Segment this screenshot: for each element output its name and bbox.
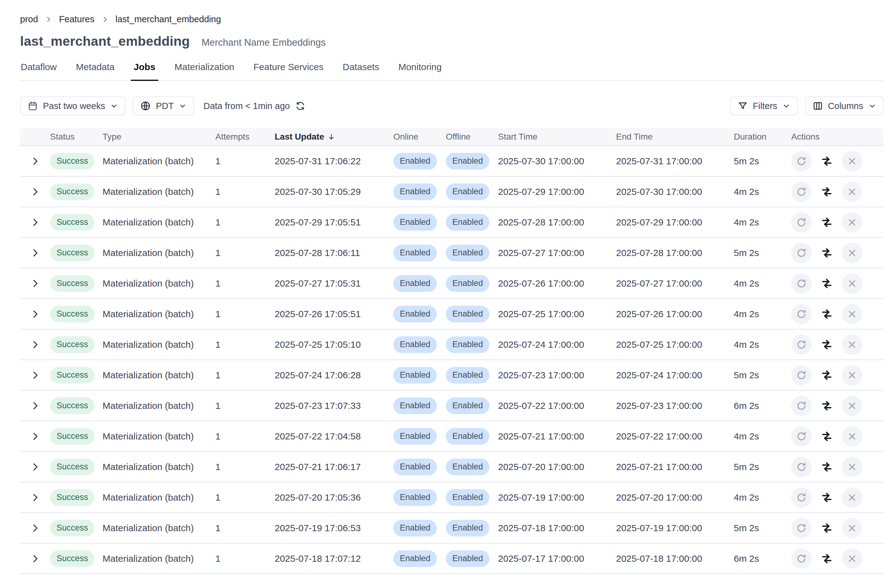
cancel-job-button[interactable]	[842, 457, 862, 477]
cancel-job-button[interactable]	[842, 426, 862, 447]
cancel-job-button[interactable]	[842, 396, 862, 416]
cancel-job-button[interactable]	[842, 243, 862, 263]
tab-monitoring[interactable]: Monitoring	[398, 60, 442, 80]
retry-job-button[interactable]	[791, 426, 812, 447]
compaction-arrows-button[interactable]	[820, 460, 833, 473]
header-actions: Actions	[791, 132, 884, 142]
retry-job-button[interactable]	[791, 243, 812, 263]
compaction-arrows-button[interactable]	[820, 399, 833, 412]
header-status[interactable]: Status	[50, 132, 102, 142]
expand-row-button[interactable]	[29, 491, 42, 504]
tab-dataflow[interactable]: Dataflow	[20, 60, 58, 80]
cancel-job-button[interactable]	[842, 487, 862, 508]
header-attempts[interactable]: Attempts	[215, 132, 275, 142]
tab-feature-services[interactable]: Feature Services	[253, 60, 324, 80]
timezone-dropdown[interactable]: PDT	[133, 96, 194, 115]
attempts-value: 1	[215, 156, 221, 166]
retry-job-button[interactable]	[791, 304, 812, 324]
compaction-arrows-button[interactable]	[820, 155, 833, 168]
compaction-arrows-button[interactable]	[820, 430, 833, 443]
job-type: Materialization (batch)	[102, 309, 194, 319]
retry-job-button[interactable]	[791, 548, 812, 569]
expand-row-button[interactable]	[29, 246, 42, 260]
retry-job-button[interactable]	[791, 334, 812, 355]
expand-row-button[interactable]	[29, 369, 42, 382]
retry-job-button[interactable]	[791, 212, 812, 232]
status-badge: Success	[50, 245, 94, 261]
retry-job-button[interactable]	[791, 457, 812, 477]
compaction-arrows-button[interactable]	[820, 491, 833, 504]
chevron-right-icon	[30, 462, 41, 472]
expand-row-button[interactable]	[29, 155, 42, 168]
compaction-arrows-button[interactable]	[820, 246, 833, 260]
header-offline[interactable]: Offline	[446, 132, 498, 142]
merge-arrows-icon	[820, 460, 833, 473]
cancel-job-button[interactable]	[842, 548, 862, 569]
expand-row-button[interactable]	[29, 338, 42, 351]
expand-row-button[interactable]	[29, 522, 42, 535]
retry-icon	[796, 217, 807, 228]
cancel-job-button[interactable]	[842, 182, 862, 202]
cancel-job-button[interactable]	[842, 151, 862, 172]
date-range-dropdown[interactable]: Past two weeks	[20, 96, 125, 115]
online-badge: Enabled	[393, 184, 437, 200]
retry-job-button[interactable]	[791, 151, 812, 172]
compaction-arrows-button[interactable]	[820, 369, 833, 382]
attempts-value: 1	[215, 553, 221, 564]
table-row: Success Materialization (batch) 1 2025-0…	[20, 360, 884, 390]
cancel-job-button[interactable]	[842, 212, 862, 232]
retry-job-button[interactable]	[791, 182, 812, 202]
cancel-job-button[interactable]	[842, 365, 862, 385]
expand-row-button[interactable]	[29, 430, 42, 443]
compaction-arrows-button[interactable]	[820, 338, 833, 351]
compaction-arrows-button[interactable]	[820, 216, 833, 229]
attempts-value: 1	[215, 401, 221, 411]
expand-row-button[interactable]	[29, 216, 42, 229]
header-online[interactable]: Online	[393, 132, 446, 142]
merge-arrows-icon	[820, 216, 833, 229]
tab-materialization[interactable]: Materialization	[174, 60, 235, 80]
expand-row-button[interactable]	[29, 460, 42, 473]
filters-dropdown[interactable]: Filters	[730, 96, 798, 115]
retry-job-button[interactable]	[791, 396, 812, 416]
merge-arrows-icon	[820, 369, 833, 382]
retry-job-button[interactable]	[791, 365, 812, 385]
close-icon	[847, 554, 857, 564]
expand-row-button[interactable]	[29, 185, 42, 198]
cancel-job-button[interactable]	[842, 304, 862, 324]
expand-row-button[interactable]	[29, 308, 42, 321]
cancel-job-button[interactable]	[842, 518, 862, 538]
retry-job-button[interactable]	[791, 487, 812, 508]
expand-row-button[interactable]	[29, 399, 42, 412]
breadcrumb-workspace[interactable]: prod	[20, 14, 38, 24]
compaction-arrows-button[interactable]	[820, 522, 833, 535]
tab-metadata[interactable]: Metadata	[75, 60, 115, 80]
header-end-time[interactable]: End Time	[616, 132, 734, 142]
merge-arrows-icon	[820, 246, 833, 260]
attempts-value: 1	[215, 370, 221, 380]
columns-dropdown[interactable]: Columns	[805, 96, 884, 115]
merge-arrows-icon	[820, 522, 833, 535]
header-duration[interactable]: Duration	[734, 132, 791, 142]
offline-badge: Enabled	[446, 184, 489, 200]
cancel-job-button[interactable]	[842, 273, 862, 294]
merge-arrows-icon	[820, 155, 833, 168]
expand-row-button[interactable]	[29, 552, 42, 565]
job-type: Materialization (batch)	[102, 278, 194, 289]
header-start-time[interactable]: Start Time	[498, 132, 616, 142]
cancel-job-button[interactable]	[842, 334, 862, 355]
end-time-value: 2025-07-29 17:00:00	[616, 217, 702, 228]
tab-jobs[interactable]: Jobs	[133, 60, 156, 80]
compaction-arrows-button[interactable]	[820, 308, 833, 321]
retry-job-button[interactable]	[791, 518, 812, 538]
breadcrumb-features[interactable]: Features	[59, 14, 94, 24]
refresh-data-button[interactable]	[296, 101, 305, 111]
compaction-arrows-button[interactable]	[820, 552, 833, 565]
tab-datasets[interactable]: Datasets	[342, 60, 380, 80]
header-last-update[interactable]: Last Update	[275, 132, 393, 142]
compaction-arrows-button[interactable]	[820, 277, 833, 290]
header-type[interactable]: Type	[102, 132, 215, 142]
compaction-arrows-button[interactable]	[820, 185, 833, 198]
expand-row-button[interactable]	[29, 277, 42, 290]
retry-job-button[interactable]	[791, 273, 812, 294]
